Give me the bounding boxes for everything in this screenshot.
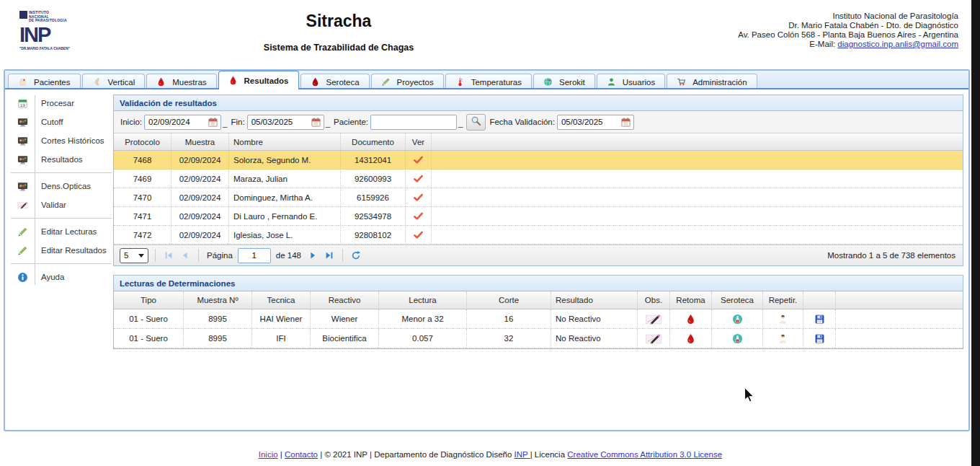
calendar-picker-icon[interactable] bbox=[618, 115, 633, 129]
sidebar-item[interactable]: Cutoff bbox=[11, 113, 112, 131]
screen-edge bbox=[971, 0, 980, 466]
table-row[interactable]: 7469 02/09/2024 Maraza, Julian 92600993 bbox=[114, 170, 963, 188]
column-header-nombre: Nombre bbox=[229, 133, 341, 150]
check-icon[interactable] bbox=[413, 229, 424, 240]
table-row[interactable]: 7472 02/09/2024 Iglesias, Jose L. 928081… bbox=[114, 226, 963, 245]
email-link[interactable]: diagnostico.inp.anlis@gmail.com bbox=[837, 40, 958, 48]
cell-muestra-nro: 8995 bbox=[184, 309, 252, 328]
cell-reactivo: Wiener bbox=[311, 309, 379, 328]
fecha-validacion-label: Fecha Validación: bbox=[489, 118, 555, 126]
sidebar-item[interactable]: Editar Lecturas bbox=[11, 222, 112, 241]
globe-icon bbox=[543, 77, 553, 87]
paciente-input[interactable] bbox=[371, 116, 456, 128]
observaciones-pen-icon[interactable] bbox=[646, 333, 662, 344]
footer-copyright-text: | © 2021 INP | Departamento de Diagnósti… bbox=[318, 450, 514, 459]
sidebar-item[interactable]: Dens.Opticas bbox=[11, 177, 112, 195]
sidebar: 19 Procesar Cutoff Cortes Históricos Res… bbox=[11, 94, 112, 286]
fin-date-input[interactable] bbox=[248, 116, 308, 128]
page-number-input[interactable] bbox=[238, 248, 271, 263]
page-size-value: 5 bbox=[124, 251, 128, 260]
cell-muestra: 02/09/2024 bbox=[172, 226, 229, 244]
tab[interactable]: Seroteca bbox=[300, 74, 370, 89]
sidebar-item[interactable]: Editar Resultados bbox=[11, 241, 112, 260]
institute-line2: Dr. Mario Fatala Chabén - Dto. de Diagnó… bbox=[738, 21, 958, 30]
sidebar-item[interactable]: Ayuda bbox=[11, 268, 112, 286]
sidebar-item[interactable]: Cortes Históricos bbox=[11, 131, 112, 150]
lectura-row[interactable]: 01 - Suero 8995 HAI Wiener Wiener Menor … bbox=[114, 309, 963, 329]
sidebar-item[interactable]: 19 Procesar bbox=[11, 94, 112, 113]
title-block: Sitracha Sistema de Trazabilidad de Chag… bbox=[180, 12, 497, 53]
last-page-icon[interactable] bbox=[323, 249, 336, 262]
column-header-documento: Documento bbox=[341, 133, 406, 150]
check-icon[interactable] bbox=[413, 211, 424, 221]
tab[interactable]: Temperaturas bbox=[445, 74, 532, 89]
sidebar-item-label: Validar bbox=[35, 201, 66, 209]
tab-bar: Pacientes Vertical Muestras Resultados bbox=[5, 71, 968, 89]
page-size-select[interactable]: 5 bbox=[120, 248, 148, 263]
save-icon[interactable] bbox=[814, 333, 825, 344]
sidebar-item-label: Editar Lecturas bbox=[35, 227, 97, 236]
calendar-picker-icon[interactable] bbox=[205, 115, 220, 129]
tab[interactable]: Usuarios bbox=[597, 74, 665, 89]
cell-tecnica: HAI Wiener bbox=[252, 309, 311, 328]
repetir-person-icon[interactable] bbox=[778, 333, 788, 344]
tab[interactable]: Vertical bbox=[82, 74, 146, 89]
lecturas-table-header: Tipo Muestra Nº Tecnica Reactivo Lectura… bbox=[114, 291, 963, 309]
lectura-row[interactable]: 01 - Suero 8995 IFI Biocientifica 0.057 … bbox=[114, 329, 963, 348]
table-row[interactable]: 7470 02/09/2024 Dominguez, Mirtha A. 615… bbox=[114, 188, 963, 207]
sidebar-item[interactable]: Resultados bbox=[11, 150, 112, 169]
sidebar-item-label: Cortes Históricos bbox=[35, 136, 104, 145]
footer-link-inicio[interactable]: Inicio bbox=[259, 450, 278, 459]
footer-separator: | bbox=[278, 450, 285, 459]
tab[interactable]: Resultados bbox=[218, 71, 299, 89]
table-row[interactable]: 7471 02/09/2024 Di Lauro , Fernando E. 9… bbox=[114, 207, 963, 226]
fecha-validacion-input[interactable] bbox=[558, 116, 618, 128]
sidebar-item-label: Ayuda bbox=[35, 273, 64, 281]
refresh-icon[interactable] bbox=[349, 249, 362, 262]
lecturas-table-body: 01 - Suero 8995 HAI Wiener Wiener Menor … bbox=[114, 309, 963, 348]
first-page-icon[interactable] bbox=[162, 249, 175, 262]
validation-panel-title: Validación de resultados bbox=[114, 95, 963, 111]
search-patient-button[interactable] bbox=[466, 114, 486, 131]
save-icon[interactable] bbox=[814, 314, 825, 325]
sidebar-item[interactable]: Validar bbox=[11, 195, 112, 214]
validation-panel: Validación de resultados Inicio: _ Fin: … bbox=[113, 94, 963, 266]
column-header-seroteca: Seroteca bbox=[712, 291, 763, 309]
footer-link-license[interactable]: Creative Commons Attribution 3.0 License bbox=[567, 450, 722, 459]
next-page-icon[interactable] bbox=[306, 249, 319, 262]
prev-page-icon[interactable] bbox=[179, 249, 192, 262]
table-row[interactable]: 7468 02/09/2024 Solorza, Segundo M. 1431… bbox=[114, 151, 963, 170]
check-icon[interactable] bbox=[413, 154, 424, 165]
calendar-picker-icon[interactable] bbox=[308, 115, 324, 129]
check-icon[interactable] bbox=[413, 173, 424, 184]
tab[interactable]: Proyectos bbox=[371, 74, 444, 89]
tab[interactable]: Pacientes bbox=[8, 74, 81, 89]
institute-line1: Instituto Nacional de Parasitología bbox=[738, 12, 958, 21]
column-header-retoma: Retoma bbox=[670, 291, 712, 309]
footer-link-inp[interactable]: INP bbox=[514, 450, 530, 459]
lecturas-table: Tipo Muestra Nº Tecnica Reactivo Lectura… bbox=[114, 291, 963, 348]
seroteca-flask-icon[interactable] bbox=[732, 314, 743, 325]
tab[interactable]: Muestras bbox=[146, 74, 216, 89]
repetir-person-icon[interactable] bbox=[778, 314, 788, 325]
retoma-blood-drop-icon[interactable] bbox=[685, 314, 696, 325]
column-header-muestra: Muestra bbox=[172, 133, 229, 150]
check-icon[interactable] bbox=[413, 192, 424, 203]
observaciones-pen-icon[interactable] bbox=[646, 314, 662, 325]
screen: INSTITUTO NACIONAL DE PARASITOLOGIA INP … bbox=[0, 0, 980, 466]
footer-link-contacto[interactable]: Contacto bbox=[285, 450, 318, 459]
cell-tipo: 01 - Suero bbox=[114, 329, 184, 348]
seroteca-flask-icon[interactable] bbox=[732, 333, 743, 344]
sidebar-item-label: Procesar bbox=[35, 99, 74, 107]
tab[interactable]: Serokit bbox=[533, 74, 595, 89]
fecha-validacion-field bbox=[557, 115, 634, 130]
sidebar-item-label: Cutoff bbox=[35, 118, 63, 126]
tab[interactable]: Administración bbox=[667, 74, 757, 89]
column-header-obs: Obs. bbox=[638, 291, 670, 309]
inicio-date-input[interactable] bbox=[145, 116, 205, 128]
column-header-tipo: Tipo bbox=[114, 291, 184, 309]
user-icon bbox=[607, 77, 616, 87]
cell-protocolo: 7469 bbox=[114, 170, 172, 188]
results-table-header: Protocolo Muestra Nombre Documento Ver bbox=[114, 133, 963, 151]
retoma-blood-drop-icon[interactable] bbox=[685, 333, 696, 344]
